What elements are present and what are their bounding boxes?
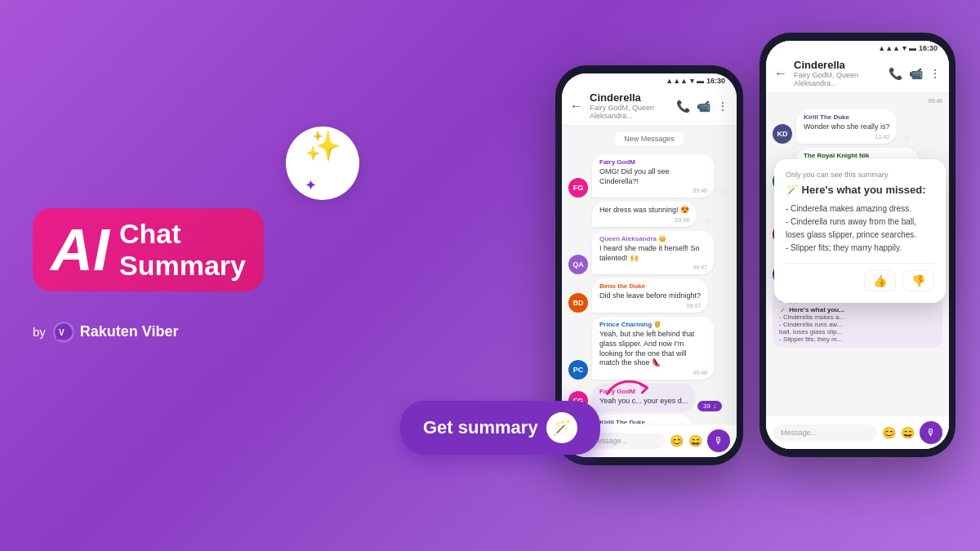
table-row: QA Queen Aleksandra 👑 I heard she made i… [568, 231, 730, 274]
ai-logo-box: AI Chat Summary [33, 207, 264, 291]
signal-icon: ▲▲▲ [878, 44, 900, 52]
by-viber: by V Rakuten Viber [33, 321, 278, 344]
more-options-icon[interactable]: ⋮ [717, 100, 728, 113]
right-status-icons: ▲▲▲ ▾ ▬ 16:30 [878, 44, 938, 52]
left-header-info: Cinderella Fairy GodM, Queen Aleksandra.… [590, 91, 670, 120]
table-row: PC Prince Charming 🤴 Yeah, but she left … [568, 317, 730, 380]
thumbs-up-button[interactable]: 👍 [864, 270, 896, 291]
magic-star-icon: 🪄 [546, 412, 577, 443]
like-icon[interactable]: ♡ [903, 135, 911, 144]
scroll-down-badge[interactable]: 39 ↓ [697, 401, 722, 411]
by-text: by [33, 325, 46, 339]
summary-popup: Only you can see this summary 🪄 Here's w… [774, 159, 946, 303]
summary-word: Summary [119, 250, 246, 282]
thumbs-down-button[interactable]: 👎 [902, 270, 934, 291]
list-item: - Cinderella makes amazing dress. [786, 202, 934, 216]
emoji-icon[interactable]: 😊 [882, 426, 896, 439]
phone-call-icon[interactable]: 📞 [889, 67, 902, 80]
ai-text: AI [51, 220, 109, 279]
gif-icon[interactable]: 😄 [901, 426, 915, 439]
more-options-icon[interactable]: ⋮ [929, 67, 941, 80]
left-chat-subtitle: Fairy GodM, Queen Aleksandra... [590, 104, 670, 120]
chat-word: Chat [119, 217, 246, 249]
timestamp-label: 09:46 [773, 98, 942, 104]
summary-feedback: 👍 👎 [786, 263, 934, 291]
message-bubble: Kirill The Duke Wonder who she really is… [592, 415, 693, 424]
table-row: KD Kirill The Duke Wonder who she really… [773, 109, 942, 144]
message-bubble: Queen Aleksandra 👑 I heard she made it h… [592, 231, 715, 274]
table-row: FG Fairy GodM OMG! Did you all see Cinde… [568, 154, 730, 198]
message-bubble: Kirill The Duke Wonder who she really is… [796, 109, 897, 144]
avatar: BD [568, 293, 588, 313]
mic-button[interactable]: 🎙 [920, 421, 942, 444]
wifi-icon: ▾ [690, 77, 694, 85]
viber-logo: V Rakuten Viber [52, 321, 179, 344]
message-bubble: Beno the Duke Did she leave before midni… [592, 278, 708, 313]
back-arrow-icon[interactable]: ← [774, 66, 787, 81]
summary-only-you-label: Only you can see this summary [786, 171, 934, 179]
message-bubble: Fairy GodM OMG! Did you all see Cinderel… [592, 154, 715, 198]
status-time: 16:30 [919, 44, 938, 52]
like-icon[interactable]: ♡ [703, 218, 710, 227]
chat-summary-text: Chat Summary [119, 217, 246, 281]
left-chat-name: Cinderella [590, 91, 670, 104]
right-message-input[interactable]: Message... [773, 424, 877, 441]
emoji-icon[interactable]: 😊 [670, 434, 684, 447]
list-item: - Cinderella runs away from the ball, lo… [786, 216, 934, 242]
like-icon[interactable]: ♡ [721, 189, 728, 198]
wand-icon: 🪄 [553, 419, 571, 437]
summary-points: - Cinderella makes amazing dress. - Cind… [786, 202, 934, 255]
wifi-icon: ▾ [902, 44, 906, 52]
phone-call-icon[interactable]: 📞 [676, 100, 690, 113]
magic-wand-circle: ✨✦ [286, 127, 359, 200]
battery-icon: ▬ [909, 44, 916, 52]
get-summary-label: Get summary [423, 417, 538, 438]
svg-text:V: V [59, 328, 65, 337]
left-header-actions: 📞 📹 ⋮ [676, 100, 728, 113]
summary-preview-title: 🪄 Here's what you... [779, 306, 936, 313]
right-status-bar: ▲▲▲ ▾ ▬ 16:30 [766, 41, 949, 54]
video-call-icon[interactable]: 📹 [909, 67, 923, 80]
left-status-icons: ▲▲▲ ▾ ▬ 16:30 [666, 77, 725, 85]
battery-icon: ▬ [697, 77, 704, 85]
scroll-arrow-icon: ↓ [713, 402, 716, 410]
arrow-indicator [604, 375, 653, 400]
scroll-count: 39 [703, 402, 710, 410]
avatar: KD [773, 124, 792, 144]
right-chat-name: Cinderella [794, 59, 882, 71]
viber-icon: V [52, 321, 75, 344]
get-summary-button[interactable]: Get summary 🪄 [400, 401, 600, 455]
brand-name: Rakuten Viber [80, 323, 179, 340]
right-header-info: Cinderella Fairy GodM, Queen Aleksandra.… [794, 59, 882, 87]
left-panel: AI Chat Summary by V Rakuten Viber [33, 207, 278, 343]
message-bubble: Her dress was stunning! 😍 09:46 [592, 202, 697, 227]
right-chat-header: ← Cinderella Fairy GodM, Queen Aleksandr… [766, 54, 949, 93]
list-item: - Slipper fits; they marry happily. [786, 242, 934, 255]
summary-title: 🪄 Here's what you missed: [786, 184, 934, 196]
right-input-area: Message... 😊 😄 🎙 [766, 415, 949, 449]
left-status-bar: ▲▲▲ ▾ ▬ 16:30 [562, 73, 737, 87]
video-call-icon[interactable]: 📹 [697, 100, 710, 113]
table-row: BD Beno the Duke Did she leave before mi… [568, 278, 730, 313]
back-arrow-icon[interactable]: ← [570, 99, 583, 113]
right-chat-subtitle: Fairy GodM, Queen Aleksandra... [794, 71, 882, 87]
wand-icon: ✨✦ [305, 129, 341, 198]
avatar: QA [568, 255, 588, 274]
sticker-icon[interactable]: 😄 [688, 434, 702, 447]
table-row: Her dress was stunning! 😍 09:46 ♡ [568, 202, 730, 227]
new-messages-badge: New Messages [613, 131, 685, 147]
signal-icon: ▲▲▲ [666, 77, 688, 85]
status-time: 16:30 [706, 77, 725, 85]
left-chat-header: ← Cinderella Fairy GodM, Queen Aleksandr… [562, 87, 737, 126]
avatar: PC [568, 360, 588, 380]
avatar: FG [568, 178, 588, 198]
right-header-actions: 📞 📹 ⋮ [889, 67, 941, 80]
message-bubble: Prince Charming 🤴 Yeah, but she left beh… [592, 317, 715, 380]
mic-button[interactable]: 🎙 [707, 429, 730, 452]
